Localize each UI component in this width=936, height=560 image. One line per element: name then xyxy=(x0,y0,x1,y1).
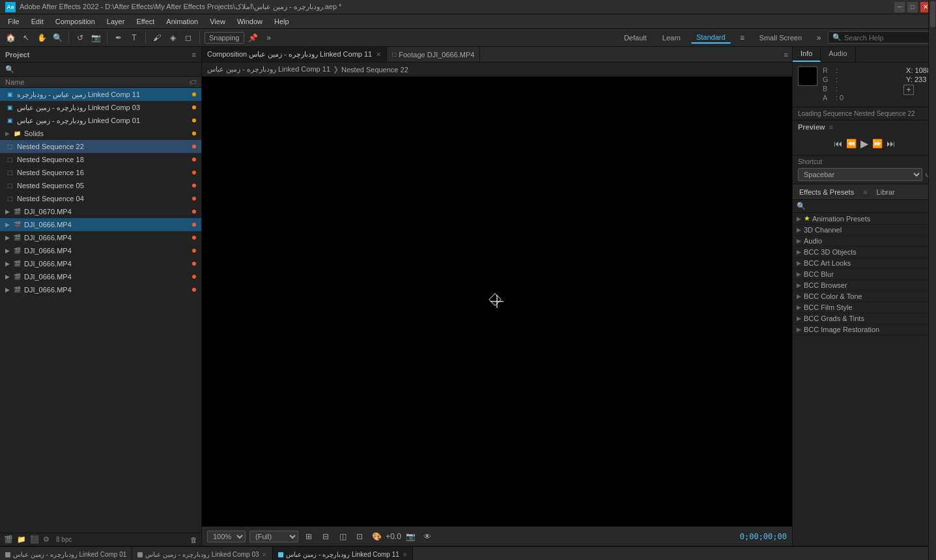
category-bcc-film-style[interactable]: ▶ BCC Film Style xyxy=(793,302,936,313)
quality-select[interactable]: (Full) (Half) (Quarter) xyxy=(249,531,298,542)
text-tool[interactable]: T xyxy=(128,31,141,44)
go-to-start-button[interactable]: ⏮ xyxy=(834,139,842,148)
project-item[interactable]: ▶ 🎬 DJI_0666.MP4 xyxy=(0,231,201,244)
effects-menu-icon[interactable]: ≡ xyxy=(863,188,867,196)
timeline-tab-comp11-menu[interactable]: ≡ xyxy=(403,551,407,558)
project-item[interactable]: ▶ 🎬 DJI_0666.MP4 xyxy=(0,218,201,231)
project-item[interactable]: ▶ 🎬 DJI_0666.MP4 xyxy=(0,270,201,283)
category-audio[interactable]: ▶ Audio xyxy=(793,236,936,247)
new-solid-icon[interactable]: ⬛ xyxy=(30,535,39,544)
project-search-input[interactable] xyxy=(17,66,196,74)
rotate-tool[interactable]: ↺ xyxy=(74,31,87,44)
menu-layer[interactable]: Layer xyxy=(102,16,130,27)
project-menu-icon[interactable]: ≡ xyxy=(192,51,196,59)
project-item[interactable]: ⬚ Nested Sequence 04 xyxy=(0,192,201,205)
menu-animation[interactable]: Animation xyxy=(161,16,203,27)
comp-settings-icon[interactable]: ⚙ xyxy=(43,535,50,544)
brush-tool[interactable]: 🖌 xyxy=(150,31,163,44)
hand-tool[interactable]: ✋ xyxy=(35,31,48,44)
play-button[interactable]: ▶ xyxy=(860,137,868,150)
comp-viewer[interactable] xyxy=(202,77,792,526)
maximize-button[interactable]: □ xyxy=(907,2,918,12)
project-item[interactable]: ▣ زمین عباس - رودبارچره Linked Comp 11 xyxy=(0,88,201,101)
camera-tool[interactable]: 📷 xyxy=(89,31,102,44)
preview-menu-icon[interactable]: ≡ xyxy=(829,123,833,131)
project-item[interactable]: ▶ 🎬 DJI_0666.MP4 xyxy=(0,257,201,270)
eraser-tool[interactable]: ◻ xyxy=(182,31,195,44)
viewer-menu-icon[interactable]: ≡ xyxy=(784,51,788,59)
project-item[interactable]: ▶ 🎬 DJI_0666.MP4 xyxy=(0,283,201,296)
pen-tool[interactable]: ✒ xyxy=(112,31,125,44)
clone-tool[interactable]: ◈ xyxy=(166,31,179,44)
more-tools[interactable]: » xyxy=(262,31,276,44)
shortcut-select[interactable]: Spacebar Numpad 0 Shift+Space xyxy=(798,168,922,181)
timeline-tab-comp01[interactable]: رودبارچره - زمین عباس Linked Comp 01 xyxy=(0,547,132,560)
category-3d-channel[interactable]: ▶ 3D Channel xyxy=(793,225,936,236)
workspace-standard[interactable]: Standard xyxy=(691,32,731,44)
project-search[interactable]: 🔍 xyxy=(0,63,201,77)
snapshot-button[interactable]: 📷 xyxy=(404,530,417,543)
zoom-tool[interactable]: 🔍 xyxy=(51,31,64,44)
menu-help[interactable]: Help xyxy=(269,16,294,27)
effects-search[interactable]: 🔍 xyxy=(793,200,936,213)
category-bcc-image-restoration[interactable]: ▶ BCC Image Restoration xyxy=(793,324,936,335)
project-item[interactable]: ▣ رودبارچره - زمین عباس Linked Comp 03 xyxy=(0,101,201,114)
project-item[interactable]: ▶ 🎬 DJI_0666.MP4 xyxy=(0,244,201,257)
timeline-tab-comp03-close[interactable]: ✕ xyxy=(262,552,267,558)
add-color-button[interactable]: + xyxy=(903,85,914,95)
workspace-default[interactable]: Default xyxy=(619,33,652,43)
category-bcc-art-looks[interactable]: ▶ BCC Art Looks xyxy=(793,258,936,269)
category-bcc-3d-objects[interactable]: ▶ BCC 3D Objects xyxy=(793,247,936,258)
project-item[interactable]: ⬚ Nested Sequence 16 xyxy=(0,166,201,179)
timeline-tab-comp03[interactable]: رودبارچره - زمین عباس Linked Comp 03 ✕ xyxy=(132,547,272,560)
library-tab[interactable]: Librar xyxy=(870,187,901,197)
viewer-tab-footage[interactable]: □ Footage DJI_0666.MP4 xyxy=(387,47,480,62)
category-bcc-browser[interactable]: ▶ BCC Browser xyxy=(793,280,936,291)
new-composition-icon[interactable]: 🎬 xyxy=(4,535,13,544)
region-button[interactable]: ⊡ xyxy=(353,530,366,543)
project-item[interactable]: ⬚ Nested Sequence 22 xyxy=(0,140,201,153)
home-button[interactable]: 🏠 xyxy=(4,31,17,44)
workspace-learn[interactable]: Learn xyxy=(657,33,686,43)
step-back-button[interactable]: ⏪ xyxy=(846,139,857,148)
snapping-toggle[interactable]: Snapping xyxy=(205,32,244,44)
menu-file[interactable]: File xyxy=(3,16,25,27)
color-mgmt[interactable]: +0.0 xyxy=(387,530,400,543)
info-tab[interactable]: Info xyxy=(793,47,821,62)
project-item[interactable]: ⬚ Nested Sequence 05 xyxy=(0,179,201,192)
timeline-tab-comp11[interactable]: رودبارچره - زمین عباس Linked Comp 11 ≡ xyxy=(273,547,413,560)
project-item[interactable]: ▣ رودبارچره - زمین عباس Linked Comp 01 xyxy=(0,114,201,127)
viewer-tab-comp11-close[interactable]: ✕ xyxy=(376,51,381,58)
menu-view[interactable]: View xyxy=(205,16,231,27)
menu-edit[interactable]: Edit xyxy=(26,16,49,27)
menu-window[interactable]: Window xyxy=(232,16,268,27)
pin-tool[interactable]: 📌 xyxy=(247,31,260,44)
project-item[interactable]: ⬚ Nested Sequence 18 xyxy=(0,153,201,166)
step-forward-button[interactable]: ⏩ xyxy=(872,139,883,148)
preview-quality[interactable]: 🎨 xyxy=(370,530,383,543)
go-to-end-button[interactable]: ⏭ xyxy=(886,139,895,148)
effects-search-input[interactable] xyxy=(806,203,932,210)
safe-zones-button[interactable]: ⊟ xyxy=(319,530,332,543)
workspace-overflow[interactable]: » xyxy=(812,31,825,44)
viewer-tab-comp11[interactable]: Composition رودبارچره - زمین عباس Linked… xyxy=(202,47,387,62)
menu-composition[interactable]: Composition xyxy=(50,16,100,27)
search-bar[interactable]: 🔍 xyxy=(828,31,932,44)
menu-effect[interactable]: Effect xyxy=(131,16,160,27)
selection-tool[interactable]: ↖ xyxy=(20,31,33,44)
minimize-button[interactable]: ─ xyxy=(894,2,905,12)
project-item[interactable]: ▶ 🎬 DJI_0670.MP4 xyxy=(0,205,201,218)
audio-tab[interactable]: Audio xyxy=(821,47,855,62)
project-folder-item[interactable]: ▶ 📁 Solids xyxy=(0,127,201,140)
new-folder-icon[interactable]: 📁 xyxy=(17,535,26,544)
show-snapshot[interactable]: 👁 xyxy=(421,530,434,543)
workspace-small-screen[interactable]: Small Screen xyxy=(754,33,807,43)
zoom-select[interactable]: 100% 50% 200% Fit xyxy=(207,531,246,542)
delete-icon[interactable]: 🗑 xyxy=(190,536,197,544)
search-input[interactable] xyxy=(844,34,922,42)
workspace-menu[interactable]: ≡ xyxy=(736,31,749,44)
category-animation-presets[interactable]: ▶ ★ Animation Presets xyxy=(793,213,936,225)
category-bcc-grads[interactable]: ▶ BCC Grads & Tints xyxy=(793,313,936,324)
category-bcc-color-tone[interactable]: ▶ BCC Color & Tone xyxy=(793,291,936,302)
grid-button[interactable]: ⊞ xyxy=(302,530,315,543)
